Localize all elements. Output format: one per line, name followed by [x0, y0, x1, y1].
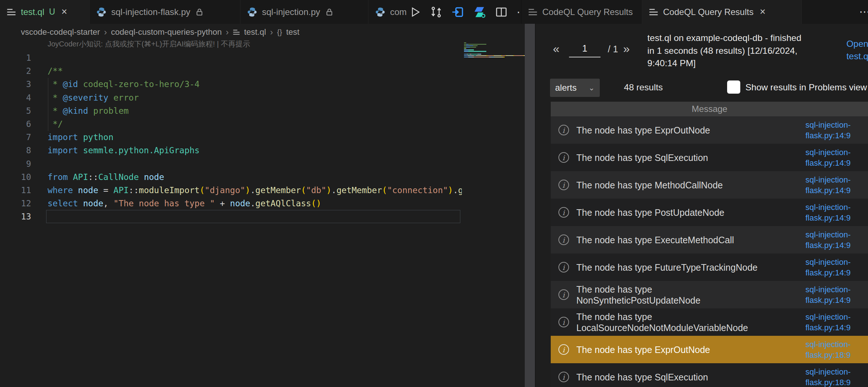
result-location-link[interactable]: sql-injection-flask.py:18:9 [805, 367, 864, 387]
info-icon-wrap: i [551, 234, 576, 245]
page-number-input[interactable]: 1 [569, 40, 601, 57]
untracked-badge: U [49, 7, 55, 17]
result-location-link[interactable]: sql-injection-flask.py:14:9 [805, 312, 864, 333]
problems-view-checkbox[interactable] [727, 80, 740, 94]
breadcrumb-item[interactable]: test [286, 27, 299, 37]
result-row[interactable]: iThe node has type ExprOutNodesql-inject… [551, 116, 868, 144]
code-line[interactable]: 8import semmle.python.ApiGraphs [0, 144, 462, 157]
next-page-icon[interactable]: » [623, 42, 630, 56]
info-icon: i [558, 234, 569, 245]
info-icon: i [558, 152, 569, 163]
tab-label: com [390, 7, 407, 17]
result-location-link[interactable]: sql-injection-flask.py:14:9 [805, 202, 864, 223]
result-location-link[interactable]: sql-injection-flask.py:14:9 [805, 147, 864, 168]
info-icon-wrap: i [551, 180, 576, 190]
tab-sql-injection-py[interactable]: sql-injection.py [240, 0, 368, 24]
minimap-line [464, 44, 525, 45]
result-row[interactable]: iThe node has typeNonSyntheticPostUpdate… [551, 281, 868, 308]
tab-test-ql[interactable]: test.ql U × [0, 0, 90, 24]
result-location-link[interactable]: sql-injection-flask.py:14:9 [805, 257, 864, 278]
result-row[interactable]: iThe node has type MethodCallNodesql-inj… [551, 171, 868, 199]
breadcrumb-item[interactable]: codeql-custom-queries-python [111, 27, 222, 37]
joycoder-hint[interactable]: JoyCoder小知识: 点我或按下(⌘+L)开启AI编码旅程! | 不再提示 [48, 39, 250, 49]
result-location-link[interactable]: sql-injection-flask.py:14:9 [805, 174, 864, 196]
result-message: The node has type SqlExecution [576, 152, 777, 163]
result-location-link[interactable]: sql-injection-flask.py:18:9 [805, 339, 864, 360]
info-icon: i [558, 344, 569, 355]
joycoder-icon[interactable] [474, 6, 486, 18]
result-row[interactable]: iThe node has type ExecuteMethodCallsql-… [551, 226, 868, 253]
info-icon-wrap: i [551, 125, 576, 135]
breadcrumb-item[interactable]: vscode-codeql-starter [21, 27, 100, 37]
breadcrumb-item[interactable]: test.ql [244, 27, 266, 37]
line-number: 1 [0, 53, 31, 63]
code-line[interactable]: 10from API::CallNode node [0, 170, 462, 184]
results-view-value: alerts [555, 83, 577, 93]
minimap-line [464, 54, 525, 55]
line-number: 8 [0, 146, 31, 155]
editor-scrollbar[interactable] [525, 24, 535, 387]
result-row[interactable]: iThe node has type FutureTypeTrackingNod… [551, 253, 868, 281]
code-line[interactable]: 12select node, "The node has type " + no… [0, 197, 462, 210]
line-number: 9 [0, 159, 31, 169]
minimap-line [464, 55, 525, 56]
result-message: The node has type MethodCallNode [576, 180, 777, 191]
go-to-file-icon[interactable] [452, 6, 464, 18]
current-line-highlight [46, 210, 460, 223]
info-icon-wrap: i [551, 152, 576, 163]
close-icon[interactable]: × [760, 7, 766, 17]
compare-changes-icon[interactable] [430, 6, 442, 18]
code-line[interactable]: 11where node = API::moduleImport("django… [0, 184, 462, 197]
split-editor-icon[interactable] [495, 6, 507, 18]
code-line[interactable]: 7import python [0, 131, 462, 144]
close-icon[interactable]: × [61, 7, 67, 17]
result-row[interactable]: iThe node has type SqlExecutionsql-injec… [551, 363, 868, 387]
prev-page-icon[interactable]: « [553, 42, 560, 56]
problems-view-checkbox-label: Show results in Problems view [745, 82, 867, 93]
breadcrumb-separator: › [226, 27, 229, 37]
result-message: The node has type ExecuteMethodCall [576, 234, 777, 245]
run-query-icon[interactable] [409, 6, 421, 18]
info-icon-wrap: i [551, 372, 576, 382]
results-view-select[interactable]: alerts ⌄ [550, 79, 600, 97]
result-location-link[interactable]: sql-injection-flask.py:14:9 [805, 284, 864, 305]
page-total: / 1 [608, 44, 618, 55]
vscode-window: test.ql U × sql-injection-flask.py sql-i… [0, 0, 868, 387]
tab-codeql-query-results-2[interactable]: CodeQL Query Results × [642, 0, 802, 24]
code-line[interactable]: 6 */ [0, 117, 462, 131]
query-results-icon [649, 7, 658, 17]
code-line[interactable]: 2/** [0, 64, 462, 78]
code-line[interactable]: 9 [0, 157, 462, 170]
result-row[interactable]: iThe node has type PostUpdateNodesql-inj… [551, 199, 868, 226]
editor-group-1-tabs: test.ql U × sql-injection-flask.py sql-i… [0, 0, 412, 24]
info-icon: i [558, 125, 569, 135]
code-line[interactable]: 1 [0, 51, 462, 64]
code-editor[interactable]: 12/**3 * @id codeql-zero-to-hero/3-44 * … [0, 51, 462, 223]
info-icon-wrap: i [551, 344, 576, 355]
message-column-header[interactable]: Message [551, 102, 868, 116]
code-text: import python [48, 132, 113, 142]
result-row[interactable]: iThe node has type SqlExecutionsql-injec… [551, 144, 868, 171]
result-row[interactable]: iThe node has typeLocalSourceNodeNotModu… [551, 308, 868, 336]
result-location-link[interactable]: sql-injection-flask.py:14:9 [805, 120, 864, 141]
tab-codeql-query-results-1[interactable]: CodeQL Query Results [521, 0, 642, 24]
tab-sql-injection-flask-py[interactable]: sql-injection-flask.py [90, 0, 240, 24]
info-icon-wrap: i [551, 289, 576, 300]
info-icon-wrap: i [551, 317, 576, 327]
minimap-line [464, 57, 525, 57]
minimap-line [464, 42, 525, 43]
result-location-link[interactable]: sql-injection-flask.py:14:9 [805, 229, 864, 251]
lock-icon [325, 8, 334, 16]
line-number: 13 [0, 212, 31, 221]
code-line[interactable]: 3 * @id codeql-zero-to-hero/3-4 [0, 78, 462, 91]
code-line[interactable]: 4 * @severity error [0, 91, 462, 104]
result-row[interactable]: iThe node has type ExprOutNodesql-inject… [551, 336, 868, 363]
open-query-link[interactable]: Opentest.ql [846, 38, 868, 63]
minimap-line [464, 47, 525, 48]
code-line[interactable]: 5 * @kind problem [0, 104, 462, 117]
minimap[interactable] [464, 41, 525, 60]
symbol-braces-icon: {} [277, 28, 282, 37]
code-text: from API::CallNode node [48, 172, 164, 182]
tab-com-partial[interactable]: com [368, 0, 412, 24]
tab-overflow-icon[interactable]: ⋯ [859, 5, 868, 18]
